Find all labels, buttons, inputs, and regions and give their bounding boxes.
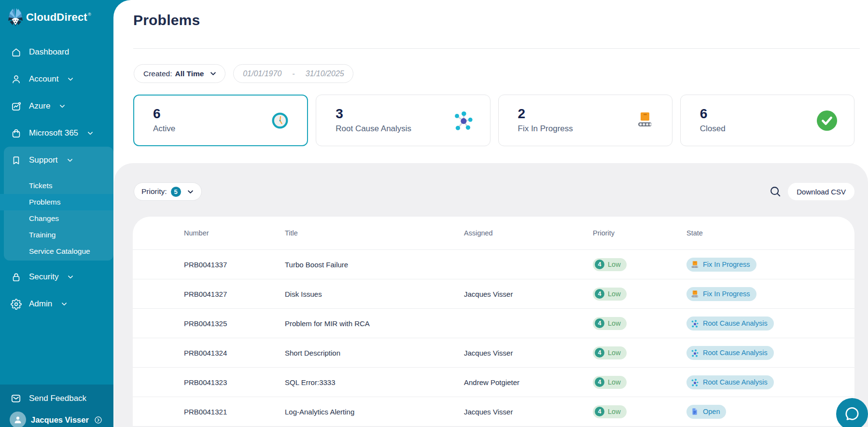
sidebar-item-admin[interactable]: Admin — [0, 290, 113, 317]
date-range-input[interactable]: 01/01/1970 - 31/10/2025 — [233, 64, 353, 83]
sidebar-subitem-label: Service Catalogue — [29, 247, 90, 256]
cell-title[interactable]: Problem for MIR with RCA — [285, 319, 464, 328]
state-badge: Fix In Progress — [686, 287, 756, 301]
brand-logo[interactable]: CloudDirect® — [0, 0, 113, 28]
cell-state: Root Cause Analysis — [686, 317, 854, 331]
sidebar-item-label: Microsoft 365 — [29, 128, 78, 138]
priority-level: 4 — [595, 348, 604, 358]
state-badge: Root Cause Analysis — [686, 346, 774, 360]
cell-priority: 4Low — [593, 405, 686, 418]
conveyor-icon — [634, 110, 656, 131]
download-csv-button[interactable]: Download CSV — [788, 183, 854, 200]
table-row[interactable]: PRB0041324Short DescriptionJacques Visse… — [133, 338, 854, 367]
stat-card-closed[interactable]: 6 Closed — [680, 95, 854, 146]
stat-card-fix-in-progress[interactable]: 2 Fix In Progress — [498, 95, 672, 146]
send-feedback-button[interactable]: Send Feedback — [0, 388, 113, 409]
priority-label: Low — [608, 290, 621, 298]
sidebar-item-label: Admin — [29, 299, 52, 309]
state-badge: Fix In Progress — [686, 258, 756, 272]
table-row[interactable]: PRB0041327Disk IssuesJacques Visser4LowF… — [133, 279, 854, 308]
sidebar-item-dashboard[interactable]: Dashboard — [0, 39, 113, 66]
table-row[interactable]: PRB0041323SQL Error:3333Andrew Potgieter… — [133, 367, 854, 397]
root-cause-analysis-icon — [691, 378, 699, 386]
cell-title[interactable]: Disk Issues — [285, 290, 464, 298]
sidebar: CloudDirect® Dashboard Account — [0, 0, 113, 427]
sidebar-item-tickets[interactable]: Tickets — [4, 178, 113, 194]
table-row[interactable]: PRB0041325Problem for MIR with RCA4LowRo… — [133, 308, 854, 338]
chevron-down-icon — [66, 273, 75, 281]
lock-icon — [10, 271, 22, 283]
sidebar-item-security[interactable]: Security — [0, 263, 113, 290]
created-filter-dropdown[interactable]: Created: All Time — [134, 64, 225, 83]
chat-bubble-icon — [844, 406, 860, 422]
sidebar-item-support[interactable]: Support — [4, 147, 113, 174]
table-toolbar: Priority: 5 Download CSV — [114, 163, 868, 201]
cell-title[interactable]: Short Description — [285, 349, 464, 357]
cell-number[interactable]: PRB0041325 — [184, 319, 285, 328]
state-label: Fix In Progress — [703, 261, 750, 268]
priority-level: 4 — [595, 260, 604, 269]
sidebar-item-azure[interactable]: Azure — [0, 93, 113, 120]
cell-title[interactable]: SQL Error:3333 — [285, 378, 464, 386]
priority-level: 4 — [595, 377, 604, 387]
column-header-assigned[interactable]: Assigned — [464, 229, 593, 237]
user-profile[interactable]: Jacques Visser — [0, 412, 113, 427]
problems-panel: Priority: 5 Download CSV Number Title As… — [114, 163, 868, 427]
sidebar-item-problems[interactable]: Problems — [0, 194, 113, 210]
cell-assigned: Jacques Visser — [464, 290, 593, 298]
cell-number[interactable]: PRB0041337 — [184, 261, 285, 269]
sidebar-subitem-label: Problems — [29, 198, 60, 207]
stat-card-root-cause-analysis[interactable]: 3 Root Cause Analysis — [316, 95, 490, 146]
sidebar-item-label: Support — [29, 155, 58, 165]
cell-number[interactable]: PRB0041324 — [184, 349, 285, 357]
problems-table: Number Title Assigned Priority State PRB… — [133, 217, 854, 426]
cell-priority: 4Low — [593, 346, 686, 359]
table-row[interactable]: PRB0041337Turbo Boost Failure4LowFix In … — [133, 249, 854, 279]
sidebar-item-account[interactable]: Account — [0, 66, 113, 93]
hedgehog-logo-icon — [8, 8, 23, 27]
sidebar-item-training[interactable]: Training — [4, 227, 113, 243]
search-icon[interactable] — [769, 185, 782, 198]
send-feedback-label: Send Feedback — [29, 394, 86, 403]
table-row[interactable]: PRB0041321Log-Analytics AlertingJacques … — [133, 397, 854, 426]
bookmark-icon — [10, 154, 22, 166]
cell-state: Fix In Progress — [686, 258, 854, 272]
state-badge: Root Cause Analysis — [686, 317, 774, 331]
date-to[interactable]: 31/10/2025 — [300, 69, 350, 78]
date-from[interactable]: 01/01/1970 — [238, 69, 287, 78]
priority-label: Low — [608, 378, 621, 386]
cell-state: Root Cause Analysis — [686, 346, 854, 360]
cell-title[interactable]: Turbo Boost Failure — [285, 261, 464, 269]
priority-badge: 4Low — [593, 346, 627, 359]
sidebar-item-microsoft365[interactable]: Microsoft 365 — [0, 120, 113, 147]
state-badge: Root Cause Analysis — [686, 375, 774, 389]
user-name: Jacques Visser — [31, 415, 89, 425]
cell-state: Root Cause Analysis — [686, 375, 854, 389]
priority-label: Low — [608, 349, 621, 357]
state-label: Root Cause Analysis — [703, 349, 768, 357]
priority-badge: 4Low — [593, 317, 627, 330]
chat-button[interactable] — [836, 398, 868, 427]
column-header-title[interactable]: Title — [285, 229, 464, 237]
stat-card-active[interactable]: 6 Active — [133, 95, 308, 146]
cell-number[interactable]: PRB0041323 — [184, 378, 285, 386]
sidebar-item-service-catalogue[interactable]: Service Catalogue — [4, 243, 113, 260]
column-header-state[interactable]: State — [686, 229, 854, 237]
column-header-number[interactable]: Number — [184, 229, 285, 237]
cell-state: Fix In Progress — [686, 287, 854, 301]
cell-number[interactable]: PRB0041327 — [184, 290, 285, 298]
home-icon — [10, 46, 22, 58]
cell-number[interactable]: PRB0041321 — [184, 408, 285, 416]
column-header-priority[interactable]: Priority — [593, 229, 686, 237]
priority-filter-dropdown[interactable]: Priority: 5 — [134, 182, 202, 201]
sidebar-item-changes[interactable]: Changes — [4, 210, 113, 227]
chevron-down-icon — [209, 69, 218, 78]
priority-label: Low — [608, 261, 621, 268]
cell-title[interactable]: Log-Analytics Alerting — [285, 408, 464, 416]
chevron-down-icon — [186, 187, 195, 196]
date-separator: - — [287, 69, 300, 78]
cell-priority: 4Low — [593, 288, 686, 301]
state-label: Root Cause Analysis — [703, 319, 768, 327]
chevron-down-icon — [66, 156, 74, 165]
sidebar-item-label: Dashboard — [29, 47, 69, 57]
